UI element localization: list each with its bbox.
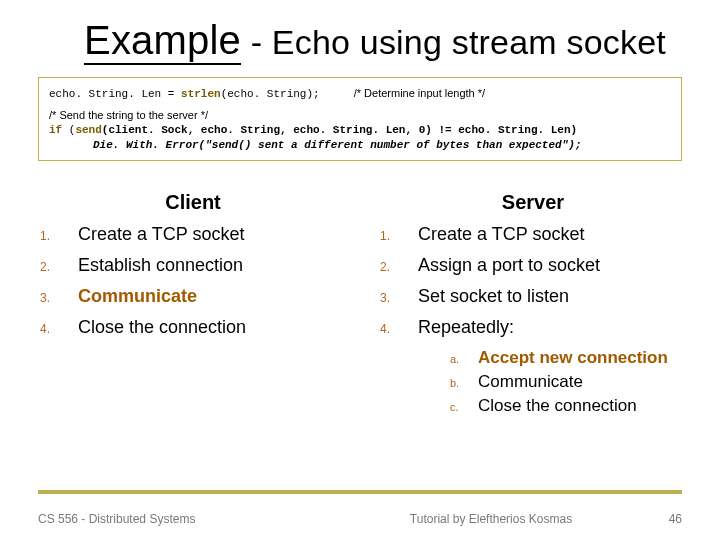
footer-center: Tutorial by Eleftherios Kosmas <box>340 512 642 526</box>
code-line-1: echo. String. Len = strlen(echo. String)… <box>49 86 671 102</box>
code-text: (echo. String); <box>221 88 320 100</box>
code-box: echo. String. Len = strlen(echo. String)… <box>38 77 682 161</box>
server-heading: Server <box>374 191 692 214</box>
server-column: Server 1.Create a TCP socket 2.Assign a … <box>360 191 700 420</box>
page-number: 46 <box>642 512 682 526</box>
list-item: 3.Communicate <box>34 286 352 307</box>
sub-text: Close the connection <box>478 396 637 416</box>
columns: Client 1.Create a TCP socket 2.Establish… <box>0 191 720 420</box>
sub-text-highlighted: Accept new connection <box>478 348 668 368</box>
list-item: 2.Establish connection <box>34 255 352 276</box>
footer-divider <box>38 490 682 494</box>
item-number: 3. <box>34 291 78 305</box>
sub-item: c.Close the connection <box>450 396 692 416</box>
list-item: 1.Create a TCP socket <box>374 224 692 245</box>
item-text: Set socket to listen <box>418 286 569 307</box>
list-item: 4.Close the connection <box>34 317 352 338</box>
list-item: 4.Repeatedly: <box>374 317 692 338</box>
list-item: 1.Create a TCP socket <box>34 224 352 245</box>
item-text-highlighted: Communicate <box>78 286 197 307</box>
item-text: Create a TCP socket <box>418 224 584 245</box>
item-number: 2. <box>34 260 78 274</box>
list-item: 2.Assign a port to socket <box>374 255 692 276</box>
footer-left: CS 556 - Distributed Systems <box>38 512 340 526</box>
code-keyword-if: if <box>49 124 62 136</box>
item-number: 1. <box>374 229 418 243</box>
code-text: ( <box>62 124 75 136</box>
item-number: 4. <box>34 322 78 336</box>
item-text: Repeatedly: <box>418 317 514 338</box>
code-line-2: if (send(client. Sock, echo. String, ech… <box>49 123 671 138</box>
code-comment: /* Send the string to the server */ <box>49 108 671 123</box>
sub-letter: b. <box>450 377 478 389</box>
code-comment: /* Determine input length */ <box>354 87 485 99</box>
item-number: 4. <box>374 322 418 336</box>
sub-item: a.Accept new connection <box>450 348 692 368</box>
client-column: Client 1.Create a TCP socket 2.Establish… <box>20 191 360 420</box>
item-text: Assign a port to socket <box>418 255 600 276</box>
sub-item: b.Communicate <box>450 372 692 392</box>
item-number: 3. <box>374 291 418 305</box>
code-keyword-strlen: strlen <box>181 88 221 100</box>
item-number: 2. <box>374 260 418 274</box>
list-item: 3.Set socket to listen <box>374 286 692 307</box>
footer: CS 556 - Distributed Systems Tutorial by… <box>38 512 682 526</box>
sub-letter: a. <box>450 353 478 365</box>
title-example: Example <box>84 18 241 65</box>
slide-title: Example - Echo using stream socket <box>0 0 720 71</box>
item-text: Establish connection <box>78 255 243 276</box>
code-text: echo. String. Len = <box>49 88 181 100</box>
title-rest: - Echo using stream socket <box>241 23 666 61</box>
code-text: (client. Sock, echo. String, echo. Strin… <box>102 124 577 136</box>
client-heading: Client <box>34 191 352 214</box>
item-text: Create a TCP socket <box>78 224 244 245</box>
item-text: Close the connection <box>78 317 246 338</box>
code-keyword-send: send <box>75 124 101 136</box>
code-line-3: Die. With. Error("send() sent a differen… <box>49 138 671 153</box>
sub-letter: c. <box>450 401 478 413</box>
sub-text: Communicate <box>478 372 583 392</box>
item-number: 1. <box>34 229 78 243</box>
